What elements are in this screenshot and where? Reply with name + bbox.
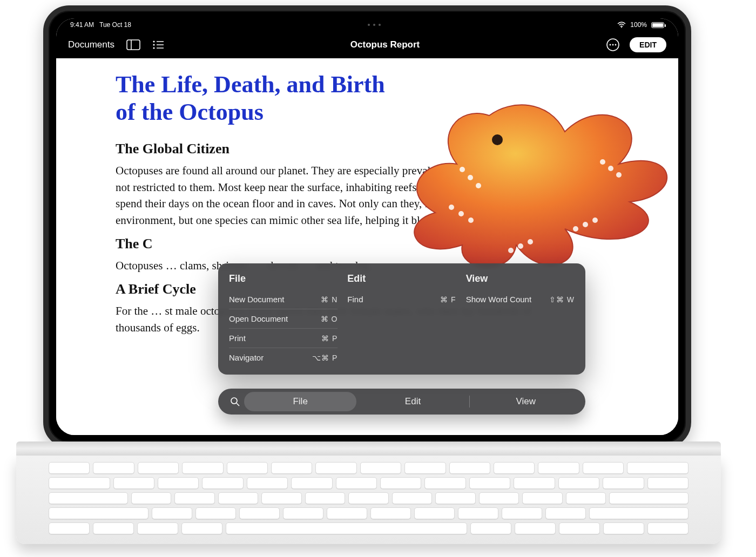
svg-point-22: [573, 226, 578, 232]
shortcut-tabbar: File Edit View: [218, 389, 585, 415]
document-title: Octopus Report: [350, 39, 420, 50]
shortcut-column-edit: Edit Find ⌘ F: [347, 273, 456, 367]
svg-point-23: [583, 222, 588, 227]
doc-heading-1: The Life, Death, and Birth of the Octopu…: [116, 71, 396, 126]
svg-point-3: [153, 40, 154, 42]
shortcut-label: Find: [347, 295, 363, 304]
doc-subheading-c: The C: [116, 236, 619, 252]
shortcut-column-file: File New Document ⌘ N Open Document ⌘ O …: [229, 273, 338, 367]
shortcut-item-new-document[interactable]: New Document ⌘ N: [229, 290, 338, 309]
shortcut-key: ⌘ P: [321, 334, 338, 343]
battery-percent: 100%: [630, 21, 647, 29]
shortcut-label: Navigator: [229, 353, 264, 362]
svg-point-0: [621, 27, 622, 28]
documents-back-button[interactable]: Documents: [68, 39, 114, 50]
keyboard-body: [16, 456, 721, 544]
svg-point-12: [615, 44, 617, 46]
keyboard-hinge: [16, 441, 721, 456]
svg-point-24: [592, 218, 598, 223]
tab-edit[interactable]: Edit: [356, 392, 469, 411]
shortcut-key: ⌘ N: [321, 295, 338, 304]
document-canvas[interactable]: The Life, Death, and Birth of the Octopu…: [56, 58, 678, 435]
status-bar: 9:41 AM Tue Oct 18 100%: [56, 18, 678, 31]
shortcut-col-header: View: [466, 273, 575, 284]
wifi-icon: [617, 22, 626, 28]
shortcut-label: Open Document: [229, 314, 288, 323]
svg-point-26: [608, 166, 613, 171]
shortcut-col-header: Edit: [347, 273, 456, 284]
multitask-dots[interactable]: [368, 24, 381, 26]
status-time: 9:41 AM: [70, 21, 94, 29]
app-toolbar: Documents Octopus Report: [56, 31, 678, 58]
shortcut-item-navigator[interactable]: Navigator ⌥⌘ P: [229, 348, 338, 367]
shortcut-label: Print: [229, 334, 246, 343]
svg-point-27: [600, 159, 605, 165]
edit-button[interactable]: EDIT: [630, 37, 666, 52]
status-date: Tue Oct 18: [99, 21, 131, 29]
tab-view[interactable]: View: [470, 392, 582, 411]
ipad-frame: 9:41 AM Tue Oct 18 100% Documents: [43, 5, 691, 448]
shortcut-column-view: View Show Word Count ⇧⌘ W: [466, 273, 575, 367]
svg-line-30: [237, 403, 239, 406]
shortcut-search-button[interactable]: [226, 397, 244, 406]
doc-paragraph: Octopuses are found all around our plane…: [116, 162, 548, 228]
svg-point-10: [610, 44, 611, 46]
shortcut-label: New Document: [229, 295, 285, 304]
shortcut-key: ⇧⌘ W: [549, 295, 575, 304]
shortcut-key: ⌘ O: [321, 315, 338, 323]
svg-point-29: [231, 398, 237, 404]
more-options-icon[interactable]: [606, 38, 620, 52]
shortcut-item-word-count[interactable]: Show Word Count ⇧⌘ W: [466, 290, 575, 309]
svg-rect-1: [127, 40, 140, 50]
shortcut-overlay-panel: File New Document ⌘ N Open Document ⌘ O …: [218, 263, 585, 375]
svg-point-25: [616, 172, 622, 178]
doc-subheading-global: The Global Citizen: [116, 141, 619, 157]
battery-icon: [651, 22, 664, 28]
ipad-screen: 9:41 AM Tue Oct 18 100% Documents: [56, 18, 678, 435]
shortcut-item-print[interactable]: Print ⌘ P: [229, 329, 338, 348]
magic-keyboard: [16, 441, 721, 544]
shortcut-label: Show Word Count: [466, 295, 531, 304]
shortcut-item-open-document[interactable]: Open Document ⌘ O: [229, 309, 338, 329]
sidebar-toggle-icon[interactable]: [126, 39, 140, 50]
svg-point-11: [612, 44, 614, 46]
list-icon[interactable]: [152, 40, 164, 50]
shortcut-key: ⌥⌘ P: [312, 354, 338, 362]
shortcut-key: ⌘ F: [440, 295, 456, 304]
shortcut-item-find[interactable]: Find ⌘ F: [347, 290, 456, 309]
svg-point-5: [153, 44, 154, 45]
shortcut-col-header: File: [229, 273, 338, 284]
tab-file[interactable]: File: [244, 392, 356, 411]
svg-point-7: [153, 47, 154, 49]
